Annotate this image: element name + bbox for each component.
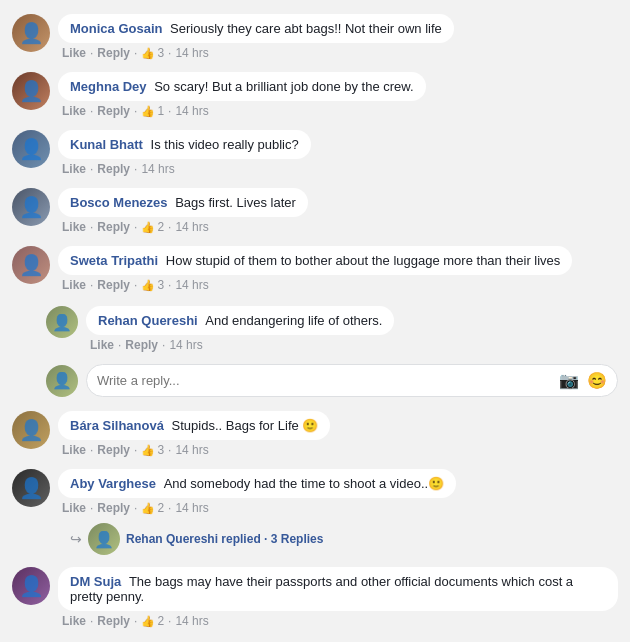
avatar: 👤	[12, 469, 50, 507]
avatar: 👤	[46, 365, 78, 397]
comment-actions: Like · Reply · 👍 1 · 14 hrs	[58, 104, 618, 118]
avatar-face: 👤	[12, 246, 50, 284]
reply-button[interactable]: Reply	[97, 443, 130, 457]
comment-body: Aby Varghese And somebody had the time t…	[58, 469, 618, 515]
comment-author[interactable]: Bára Silhanová	[70, 418, 164, 433]
comment-body: Sweta Tripathi How stupid of them to bot…	[58, 246, 618, 292]
comment-bubble: Sweta Tripathi How stupid of them to bot…	[58, 246, 572, 275]
comment-text: Bags first. Lives later	[175, 195, 296, 210]
reply-button[interactable]: Reply	[97, 46, 130, 60]
reply-button[interactable]: Reply	[97, 501, 130, 515]
comment-actions: Like · Reply · 14 hrs	[86, 338, 618, 352]
like-count: 👍 2	[141, 501, 164, 515]
reply-button[interactable]: Reply	[97, 104, 130, 118]
avatar: 👤	[12, 188, 50, 226]
avatar: 👤	[46, 306, 78, 338]
comment-item: 👤 Meghna Dey So scary! But a brilliant j…	[0, 66, 630, 124]
camera-icon[interactable]: 📷	[559, 371, 579, 390]
like-count: 👍 3	[141, 46, 164, 60]
comments-section: 👤 Monica Gosain Seriously they care abt …	[0, 0, 630, 642]
avatar: 👤	[12, 130, 50, 168]
like-button[interactable]: Like	[62, 220, 86, 234]
comment-text: The bags may have their passports and ot…	[70, 574, 573, 604]
reply-button[interactable]: Reply	[97, 614, 130, 628]
comment-text: Is this video really public?	[151, 137, 299, 152]
comment-actions: Like · Reply · 👍 3 · 14 hrs	[58, 278, 618, 292]
comment-text: So scary! But a brilliant job done by th…	[154, 79, 413, 94]
like-count: 👍 1	[141, 104, 164, 118]
comment-bubble: Meghna Dey So scary! But a brilliant job…	[58, 72, 426, 101]
comment-body: Rehan Quereshi And endangering life of o…	[86, 306, 618, 352]
reply-input[interactable]	[97, 373, 559, 388]
reply-input-wrap[interactable]: 📷 😊	[86, 364, 618, 397]
comment-author[interactable]: Monica Gosain	[70, 21, 162, 36]
comment-time: 14 hrs	[175, 501, 208, 515]
thumbs-up-icon: 👍	[141, 502, 155, 515]
comment-time: 14 hrs	[175, 220, 208, 234]
like-button[interactable]: Like	[62, 443, 86, 457]
avatar-face: 👤	[12, 188, 50, 226]
like-count: 👍 3	[141, 443, 164, 457]
reply-button[interactable]: Reply	[97, 278, 130, 292]
comment-time: 14 hrs	[175, 614, 208, 628]
comment-text: And somebody had the time to shoot a vid…	[164, 476, 445, 491]
reply-button[interactable]: Reply	[125, 338, 158, 352]
comment-item: 👤 Bára Silhanová Stupids.. Bags for Life…	[0, 405, 630, 463]
comment-bubble: Aby Varghese And somebody had the time t…	[58, 469, 456, 498]
replied-link[interactable]: Rehan Quereshi replied · 3 Replies	[126, 532, 323, 546]
comment-item: 👤 Kunal Bhatt Is this video really publi…	[0, 124, 630, 182]
thumbs-up-icon: 👍	[141, 47, 155, 60]
avatar-face: 👤	[12, 411, 50, 449]
comment-actions: Like · Reply · 14 hrs	[58, 162, 618, 176]
comment-text: Seriously they care abt bags!! Not their…	[170, 21, 442, 36]
comment-bubble: DM Suja The bags may have their passport…	[58, 567, 618, 611]
comment-author[interactable]: Rehan Quereshi	[98, 313, 198, 328]
thumbs-up-icon: 👍	[141, 105, 155, 118]
like-button[interactable]: Like	[62, 501, 86, 515]
comment-time: 14 hrs	[169, 338, 202, 352]
nested-comment: 👤 Rehan Quereshi And endangering life of…	[46, 298, 630, 360]
like-count: 👍 2	[141, 220, 164, 234]
reply-button[interactable]: Reply	[97, 220, 130, 234]
reply-icons: 📷 😊	[559, 371, 607, 390]
avatar: 👤	[12, 411, 50, 449]
comment-author[interactable]: DM Suja	[70, 574, 121, 589]
like-button[interactable]: Like	[62, 278, 86, 292]
comment-author[interactable]: Aby Varghese	[70, 476, 156, 491]
comment-actions: Like · Reply · 👍 3 · 14 hrs	[58, 443, 618, 457]
thumbs-up-icon: 👍	[141, 615, 155, 628]
comment-actions: Like · Reply · 👍 2 · 14 hrs	[58, 614, 618, 628]
emoji-icon[interactable]: 😊	[587, 371, 607, 390]
comment-body: DM Suja The bags may have their passport…	[58, 567, 618, 628]
avatar-face: 👤	[88, 523, 120, 555]
comment-body: Meghna Dey So scary! But a brilliant job…	[58, 72, 618, 118]
like-button[interactable]: Like	[90, 338, 114, 352]
comment-actions: Like · Reply · 👍 2 · 14 hrs	[58, 220, 618, 234]
comment-bubble: Monica Gosain Seriously they care abt ba…	[58, 14, 454, 43]
comment-text: Stupids.. Bags for Life 🙂	[172, 418, 319, 433]
comment-item: 👤 Rehan Quereshi And endangering life of…	[46, 302, 618, 356]
comment-body: Bosco Menezes Bags first. Lives later Li…	[58, 188, 618, 234]
like-button[interactable]: Like	[62, 162, 86, 176]
like-count: 👍 3	[141, 278, 164, 292]
avatar: 👤	[12, 72, 50, 110]
thumbs-up-icon: 👍	[141, 444, 155, 457]
reply-button[interactable]: Reply	[97, 162, 130, 176]
thumbs-up-icon: 👍	[141, 221, 155, 234]
comment-author[interactable]: Meghna Dey	[70, 79, 147, 94]
comment-bubble: Bosco Menezes Bags first. Lives later	[58, 188, 308, 217]
avatar: 👤	[12, 14, 50, 52]
comment-item: 👤 Monica Gosain Seriously they care abt …	[0, 8, 630, 66]
like-button[interactable]: Like	[62, 614, 86, 628]
comment-item: 👤 Bosco Menezes Bags first. Lives later …	[0, 182, 630, 240]
comment-author[interactable]: Sweta Tripathi	[70, 253, 158, 268]
avatar: 👤	[12, 567, 50, 605]
like-count: 👍 2	[141, 614, 164, 628]
like-button[interactable]: Like	[62, 46, 86, 60]
like-button[interactable]: Like	[62, 104, 86, 118]
comment-time: 14 hrs	[175, 443, 208, 457]
comment-author[interactable]: Bosco Menezes	[70, 195, 168, 210]
comment-body: Kunal Bhatt Is this video really public?…	[58, 130, 618, 176]
comment-author[interactable]: Kunal Bhatt	[70, 137, 143, 152]
comment-body: Bára Silhanová Stupids.. Bags for Life 🙂…	[58, 411, 618, 457]
